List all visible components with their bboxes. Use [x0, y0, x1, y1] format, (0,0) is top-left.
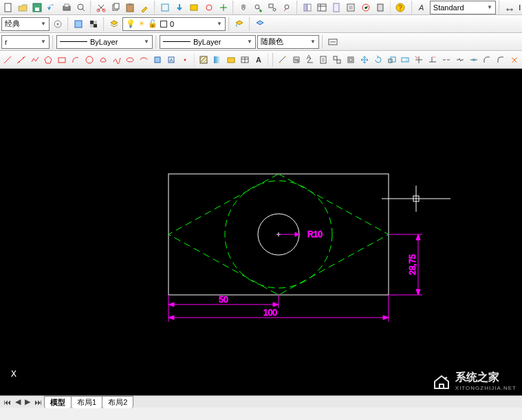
- layer-dropdown[interactable]: 💡 ☀ 🔓 0 ▼: [122, 17, 226, 31]
- gradient-tool-icon[interactable]: [211, 53, 224, 67]
- ellipse-tool-icon[interactable]: [124, 53, 136, 67]
- text-style-dropdown[interactable]: Standard ▼: [430, 1, 496, 14]
- break-tool-icon[interactable]: [440, 53, 453, 67]
- hatch-tool-icon[interactable]: [197, 53, 210, 67]
- region-tool-icon[interactable]: [225, 53, 237, 67]
- cut-icon[interactable]: [94, 1, 107, 14]
- insert-block-icon[interactable]: [151, 53, 164, 67]
- zoom-realtime-icon[interactable]: [252, 1, 265, 14]
- line-tool-icon[interactable]: [1, 53, 14, 67]
- svg-rect-33: [94, 24, 97, 27]
- angle-tool-icon[interactable]: A: [304, 53, 316, 67]
- break2-tool-icon[interactable]: [454, 53, 466, 67]
- workspace2-icon[interactable]: [72, 17, 85, 31]
- save-icon[interactable]: [30, 1, 43, 14]
- xline-tool-icon[interactable]: [15, 53, 28, 67]
- dim-style-icon[interactable]: [503, 1, 516, 14]
- revcloud-tool-icon[interactable]: [97, 53, 109, 67]
- trim-tool-icon[interactable]: [413, 53, 425, 67]
- layer-props-icon[interactable]: [107, 17, 121, 31]
- tab-next-icon[interactable]: ▶: [23, 397, 32, 406]
- tab-prev-icon[interactable]: ◀: [13, 397, 23, 406]
- bulb-icon: 💡: [126, 19, 135, 28]
- layer-state-icon[interactable]: [253, 17, 267, 31]
- markup-icon[interactable]: [359, 1, 372, 14]
- lock-icon: 🔓: [148, 19, 157, 28]
- rotate-tool-icon[interactable]: [372, 53, 384, 67]
- lineweight-dropdown[interactable]: ByLayer ▼: [160, 35, 256, 49]
- rectangle-tool-icon[interactable]: [56, 53, 68, 67]
- polyline-tool-icon[interactable]: [29, 53, 41, 67]
- list-tool-icon[interactable]: [318, 53, 330, 67]
- plotstyle-dropdown[interactable]: 随颜色 ▼: [257, 35, 319, 49]
- workspace-settings-icon[interactable]: [51, 17, 65, 31]
- circle-tool-icon[interactable]: [83, 53, 96, 67]
- block-icon[interactable]: [158, 1, 171, 14]
- linetype-mgr-icon[interactable]: [326, 35, 340, 49]
- area-tool-icon[interactable]: %: [290, 53, 303, 67]
- sheet-set-icon[interactable]: [345, 1, 358, 14]
- layer-prev-icon[interactable]: [232, 17, 246, 31]
- fillet-tool-icon[interactable]: [494, 53, 507, 67]
- chamfer-tool-icon[interactable]: [481, 53, 493, 67]
- help-icon[interactable]: ?: [393, 1, 406, 14]
- tab-layout1[interactable]: 布局1: [71, 396, 102, 408]
- tool-palette-icon[interactable]: [330, 1, 343, 14]
- tool-c-icon[interactable]: [217, 1, 230, 14]
- print-icon[interactable]: [60, 1, 73, 14]
- make-block-icon[interactable]: A: [165, 53, 177, 67]
- spline-tool-icon[interactable]: [111, 53, 123, 67]
- table-tool-icon[interactable]: [239, 53, 251, 67]
- join-tool-icon[interactable]: [468, 53, 480, 67]
- svg-rect-4: [65, 4, 69, 7]
- zoom-prev-icon[interactable]: [281, 1, 294, 14]
- polygon-tool-icon[interactable]: [42, 53, 54, 67]
- drawing-canvas[interactable]: R10 50 100 28,75: [0, 69, 522, 395]
- zoom-window-icon[interactable]: [266, 1, 279, 14]
- text-style-icon[interactable]: A: [415, 1, 428, 14]
- ellipse-arc-tool-icon[interactable]: [138, 53, 150, 67]
- svg-rect-20: [307, 4, 311, 11]
- pan-icon[interactable]: [237, 1, 250, 14]
- tab-last-icon[interactable]: ⏭: [32, 398, 44, 406]
- properties-icon[interactable]: [301, 1, 314, 14]
- point-tool-icon[interactable]: [179, 53, 191, 67]
- tab-layout2[interactable]: 布局2: [102, 396, 133, 408]
- svg-rect-22: [334, 3, 339, 12]
- new-icon[interactable]: [1, 1, 14, 14]
- workspace-dropdown[interactable]: 经典 ▼: [1, 17, 50, 31]
- color-dropdown[interactable]: r ▼: [1, 35, 50, 49]
- svg-text:A: A: [256, 56, 261, 64]
- calc-icon[interactable]: [373, 1, 387, 14]
- match-prop-icon[interactable]: [138, 1, 151, 14]
- scale-tool-icon[interactable]: [386, 53, 398, 67]
- undo-icon[interactable]: [45, 1, 58, 14]
- workspace3-icon[interactable]: [87, 17, 100, 31]
- move-tool-icon[interactable]: [358, 53, 371, 67]
- paste-icon[interactable]: [124, 1, 137, 14]
- workspace-value: 经典: [5, 19, 20, 29]
- mtext-tool-icon[interactable]: A: [252, 53, 265, 67]
- copy-icon[interactable]: [109, 1, 122, 14]
- tab-model[interactable]: 模型: [44, 396, 72, 408]
- design-center-icon[interactable]: [315, 1, 328, 14]
- tool-a-icon[interactable]: [188, 1, 201, 14]
- preview-icon[interactable]: [74, 1, 87, 14]
- svg-text:A: A: [307, 55, 311, 60]
- massp-tool-icon[interactable]: [345, 53, 357, 67]
- line-sample: [163, 41, 191, 42]
- open-icon[interactable]: [16, 1, 29, 14]
- svg-point-38: [23, 57, 24, 58]
- down-arrow-icon[interactable]: [173, 1, 186, 14]
- svg-point-30: [57, 23, 59, 25]
- svg-text:A: A: [169, 57, 173, 63]
- explode-tool-icon[interactable]: [508, 53, 521, 67]
- stretch-tool-icon[interactable]: [399, 53, 411, 67]
- tab-first-icon[interactable]: ⏮: [1, 398, 13, 406]
- extend-tool-icon[interactable]: [426, 53, 439, 67]
- tool-b-icon[interactable]: [202, 1, 215, 14]
- id-tool-icon[interactable]: [331, 53, 343, 67]
- distance-tool-icon[interactable]: [276, 53, 289, 67]
- arc-tool-icon[interactable]: [69, 53, 82, 67]
- linetype-dropdown[interactable]: ByLayer ▼: [56, 35, 153, 49]
